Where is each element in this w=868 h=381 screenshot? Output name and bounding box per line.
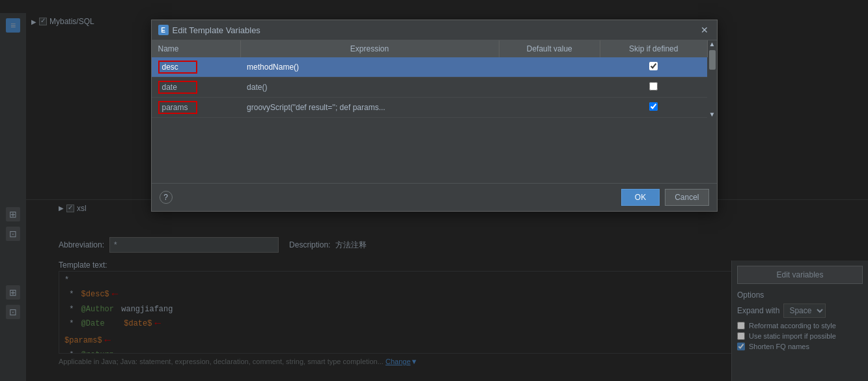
modal-empty-area [152,118,717,183]
table-cell-name: params [152,98,241,118]
table-cell-default [499,78,600,98]
modal-close-button[interactable]: ✕ [699,24,710,36]
scroll-down-icon[interactable]: ▼ [709,111,716,118]
modal-title-text: Edit Template Variables [173,25,260,35]
table-cell-expression: groovyScript("def result=''; def params.… [240,98,499,118]
skip-checkbox-params[interactable] [649,102,658,111]
table-cell-name: desc [152,57,241,78]
table-cell-expression: methodName() [240,57,499,78]
scrollbar-thumb[interactable] [709,50,716,70]
table-row[interactable]: date date() [152,78,708,98]
table-scrollbar[interactable]: ▲ ▼ [708,40,717,118]
col-header-skip: Skip if defined [600,40,707,57]
table-scroll-container: Name Expression Default value Skip if de… [152,40,708,118]
col-header-expression: Expression [240,40,499,57]
table-cell-name: date [152,78,241,98]
col-header-default: Default value [499,40,600,57]
table-area: Name Expression Default value Skip if de… [152,40,717,118]
table-row[interactable]: params groovyScript("def result=''; def … [152,98,708,118]
modal-title-bar: E Edit Template Variables ✕ [152,20,717,40]
name-border-wrapper: params [158,101,197,114]
modal-help-button[interactable]: ? [160,191,173,204]
name-border-wrapper: desc [158,61,197,74]
variables-table: Name Expression Default value Skip if de… [152,40,708,118]
table-cell-skip [600,78,707,98]
table-cell-expression: date() [240,78,499,98]
modal-dialog: E Edit Template Variables ✕ Name Express… [151,20,718,212]
table-header-row: Name Expression Default value Skip if de… [152,40,708,57]
modal-title-left: E Edit Template Variables [158,25,260,35]
cancel-button[interactable]: Cancel [665,189,708,206]
modal-footer: ? OK Cancel [152,183,717,211]
skip-checkbox-date[interactable] [649,82,658,91]
table-cell-default [499,98,600,118]
skip-checkbox-desc[interactable] [649,62,658,70]
name-border-wrapper: date [158,81,197,94]
table-row[interactable]: desc methodName() [152,57,708,78]
col-header-name: Name [152,40,241,57]
modal-overlay: E Edit Template Variables ✕ Name Express… [0,0,868,381]
table-cell-default [499,57,600,78]
scroll-up-icon[interactable]: ▲ [709,40,716,48]
table-cell-skip [600,57,707,78]
modal-action-buttons: OK Cancel [621,189,709,206]
table-cell-skip [600,98,707,118]
ok-button[interactable]: OK [621,189,660,206]
modal-icon: E [158,25,169,35]
